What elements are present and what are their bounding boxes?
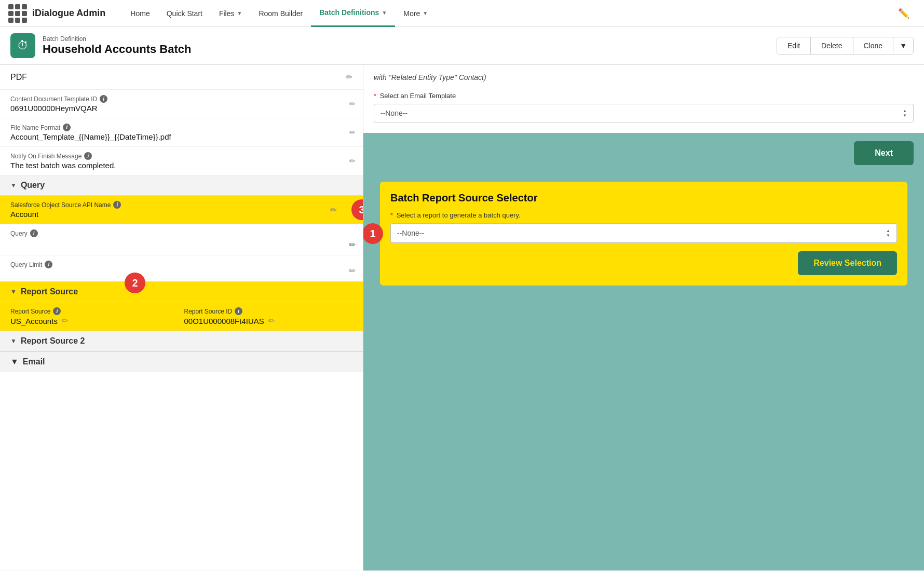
batch-definitions-chevron-icon: ▼ (382, 10, 387, 16)
report-source-label: Report Source (21, 287, 78, 296)
content-document-template-field: Content Document Template ID i 0691U0000… (0, 90, 363, 118)
delete-button[interactable]: Delete (811, 37, 853, 54)
next-button-row: Next (363, 133, 924, 173)
badge-2: 2 (125, 273, 145, 293)
next-button[interactable]: Next (854, 141, 914, 165)
report-source-2-header[interactable]: ▼ Report Source 2 (0, 331, 363, 351)
content-doc-label: Content Document Template ID (10, 96, 97, 103)
nav-more[interactable]: More ▼ (395, 0, 436, 27)
email-required-star: * (374, 92, 376, 100)
query-limit-label: Query Limit (10, 261, 42, 268)
batch-select-arrows: ▲▼ (886, 228, 890, 238)
query-info-icon[interactable]: i (30, 229, 38, 237)
report-source-grid: Report Source i US_Accounts ✏ Report Sou… (0, 302, 363, 331)
rs-name-value: US_Accounts (10, 317, 58, 325)
batch-definition-icon: ⏱ (10, 33, 35, 58)
file-name-edit-icon[interactable]: ✏ (349, 128, 356, 137)
nav-batch-definitions[interactable]: Batch Definitions ▼ (311, 0, 395, 27)
notify-label: Notify On Finish Message (10, 153, 81, 160)
rs-id-label: Report Source ID (184, 308, 233, 315)
content-doc-value: 0691U00000HeymVQAR (10, 104, 352, 113)
nav-room-builder[interactable]: Room Builder (250, 0, 311, 27)
query-field: Query i ✏ (0, 224, 363, 255)
query-section: ▼ Query Salesforce Object Source API Nam… (0, 175, 363, 282)
email-template-label: * Select an Email Template (374, 92, 914, 100)
rs-name-edit-icon[interactable]: ✏ (62, 316, 69, 325)
file-name-info-icon[interactable]: i (63, 124, 71, 131)
app-name: iDialogue Admin (32, 8, 105, 19)
main-layout: PDF ✏ Content Document Template ID i 069… (0, 65, 924, 570)
file-name-label: File Name Format (10, 124, 60, 131)
top-navigation: iDialogue Admin Home Quick Start Files ▼… (0, 0, 924, 27)
rs-name-label: Report Source (10, 308, 50, 315)
query-limit-info-icon[interactable]: i (45, 261, 52, 268)
salesforce-object-field: Salesforce Object Source API Name i Acco… (0, 196, 363, 224)
nav-quick-start[interactable]: Quick Start (158, 0, 211, 27)
app-grid-icon[interactable] (8, 4, 27, 23)
email-block: with "Related Entity Type" Contact) * Se… (363, 65, 924, 133)
batch-required-star: * (390, 211, 393, 219)
report-source-name-field: Report Source i US_Accounts ✏ (10, 307, 179, 325)
batch-selector-card: Batch Report Source Selector * Select a … (380, 182, 907, 286)
email-template-arrows: ▲▼ (903, 108, 907, 118)
query-section-label: Query (21, 181, 45, 190)
page-subtitle: Batch Definition (43, 35, 191, 43)
email-template-select[interactable]: --None-- ▲▼ (374, 104, 914, 123)
page-title: Household Accounts Batch (43, 43, 191, 56)
email-section-label: Email (23, 357, 45, 366)
notify-info-icon[interactable]: i (84, 152, 92, 160)
batch-selector-title: Batch Report Source Selector (390, 192, 897, 204)
file-name-format-field: File Name Format i Account_Template_{{Na… (0, 118, 363, 147)
rs-id-info-icon[interactable]: i (235, 307, 242, 315)
content-doc-edit-icon[interactable]: ✏ (349, 100, 356, 108)
email-template-placeholder: --None-- (381, 109, 407, 117)
actions-dropdown-button[interactable]: ▼ (893, 37, 913, 54)
notify-edit-icon[interactable]: ✏ (349, 157, 356, 165)
badge-3: 3 (351, 199, 363, 220)
sf-object-edit-icon[interactable]: ✏ (330, 205, 337, 215)
file-name-value: Account_Template_{{Name}}_{{DateTime}}.p… (10, 132, 352, 141)
query-edit-pencil-icon[interactable]: ✏ (349, 240, 356, 250)
content-doc-info-icon[interactable]: i (100, 95, 107, 103)
sf-object-value: Account (10, 210, 352, 219)
batch-report-select[interactable]: --None-- ▲▼ (390, 223, 897, 243)
rs-id-value: 00O1U000008Ft4IUAS (184, 317, 264, 325)
report-source-chevron-icon: ▼ (10, 288, 17, 295)
batch-selector-wrapper: 1 Batch Report Source Selector * Select … (372, 182, 916, 286)
nav-edit-icon[interactable]: ✏️ (892, 8, 916, 19)
batch-select-label: * Select a report to generate a batch qu… (390, 211, 897, 219)
query-limit-field: Query Limit i ✏ (0, 255, 363, 281)
report-source-section: ▼ Report Source 2 Report Source i US_Acc… (0, 282, 363, 331)
notify-finish-field: Notify On Finish Message i The test batc… (0, 147, 363, 175)
more-chevron-icon: ▼ (423, 10, 428, 16)
report-source-id-field: Report Source ID i 00O1U000008Ft4IUAS ✏ (184, 307, 353, 325)
pdf-label: PDF (10, 73, 27, 82)
batch-select-placeholder: --None-- (397, 229, 424, 237)
files-chevron-icon: ▼ (237, 10, 242, 16)
query-limit-edit-icon[interactable]: ✏ (349, 266, 356, 276)
pdf-edit-icon[interactable]: ✏ (346, 72, 352, 82)
pdf-row: PDF ✏ (0, 65, 363, 90)
report-source-2-label: Report Source 2 (21, 336, 85, 346)
nav-files[interactable]: Files ▼ (211, 0, 250, 27)
clone-button[interactable]: Clone (853, 37, 894, 54)
email-chevron-icon: ▼ (10, 357, 19, 366)
page-actions: Edit Delete Clone ▼ (777, 37, 914, 55)
left-panel: PDF ✏ Content Document Template ID i 069… (0, 65, 363, 570)
right-panel: with "Related Entity Type" Contact) * Se… (363, 65, 924, 570)
review-selection-button[interactable]: Review Selection (798, 251, 897, 275)
rs-id-edit-icon[interactable]: ✏ (268, 316, 275, 325)
page-header: ⏱ Batch Definition Household Accounts Ba… (0, 27, 924, 65)
edit-button[interactable]: Edit (777, 37, 811, 54)
report-source-header[interactable]: ▼ Report Source 2 (0, 282, 363, 302)
query-chevron-icon: ▼ (10, 182, 17, 189)
rs-name-info-icon[interactable]: i (53, 307, 61, 315)
nav-home[interactable]: Home (122, 0, 158, 27)
notify-value: The test batch was completed. (10, 161, 352, 170)
report-source-2-chevron-icon: ▼ (10, 337, 17, 345)
right-panel-top: with "Related Entity Type" Contact) * Se… (363, 65, 924, 286)
right-top-text: with "Related Entity Type" Contact) (374, 73, 914, 81)
email-section-header[interactable]: ▼ Email (0, 351, 363, 372)
query-section-header[interactable]: ▼ Query (0, 175, 363, 196)
sf-object-info-icon[interactable]: i (113, 201, 121, 209)
